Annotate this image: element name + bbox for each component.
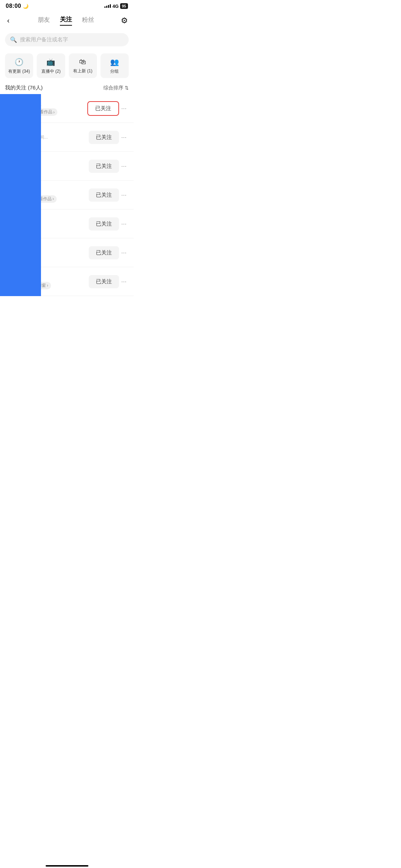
filter-updates[interactable]: 🕐 有更新 (34) xyxy=(5,53,33,78)
moon-icon: 🌙 xyxy=(23,4,29,9)
status-time: 08:00 xyxy=(6,3,21,9)
search-bar[interactable]: 🔍 搜索用户备注或名字 xyxy=(5,33,129,46)
nav-bar: ‹ 朋友 关注 粉丝 ⚙ xyxy=(0,11,134,30)
filter-live[interactable]: 📺 直播中 (2) xyxy=(37,53,65,78)
follow-button-7[interactable]: 已关注 xyxy=(89,275,119,288)
sort-label-text: 综合排序 xyxy=(103,85,123,91)
section-header: 我的关注 (76人) 综合排序 ⇅ xyxy=(0,82,134,94)
more-button-1[interactable]: ··· xyxy=(119,105,129,112)
live-label: 直播中 (2) xyxy=(41,68,61,74)
group-label: 分组 xyxy=(110,68,119,74)
updates-label: 有更新 (34) xyxy=(8,68,30,74)
search-placeholder: 搜索用户备注或名字 xyxy=(20,36,68,43)
follow-button-1[interactable]: 已关注 xyxy=(87,101,119,116)
nav-tabs: 朋友 关注 粉丝 xyxy=(11,15,121,26)
sort-icon: ⇅ xyxy=(125,85,129,91)
tab-fans[interactable]: 粉丝 xyxy=(82,16,94,25)
more-button-6[interactable]: ··· xyxy=(119,249,129,257)
settings-button[interactable]: ⚙ xyxy=(121,16,128,25)
more-button-2[interactable]: ··· xyxy=(119,134,129,141)
chevron-icon: › xyxy=(52,196,54,201)
section-title: 我的关注 (76人) xyxy=(5,84,43,91)
filter-new[interactable]: 🛍 有上新 (1) xyxy=(69,53,97,78)
more-button-4[interactable]: ··· xyxy=(119,191,129,199)
status-bar: 08:00 🌙 4G 95 xyxy=(0,0,134,11)
blue-overlay xyxy=(0,94,41,296)
status-right: 4G 95 xyxy=(104,3,128,9)
sort-button[interactable]: 综合排序 ⇅ xyxy=(103,85,129,91)
updates-icon: 🕐 xyxy=(15,58,24,66)
follow-button-6[interactable]: 已关注 xyxy=(89,246,119,259)
follow-button-3[interactable]: 已关注 xyxy=(89,160,119,173)
tab-following[interactable]: 关注 xyxy=(60,15,72,26)
back-button[interactable]: ‹ xyxy=(6,15,11,26)
search-icon: 🔍 xyxy=(10,36,17,43)
filter-row: 🕐 有更新 (34) 📺 直播中 (2) 🛍 有上新 (1) 👥 分组 xyxy=(0,50,134,82)
works-label: 看作品 xyxy=(40,109,52,115)
user-list: ✏ 备注 看 | 看作品 › 已关注 ··· 的直播间... 已关注 ··· xyxy=(0,94,134,296)
battery-indicator: 95 xyxy=(120,3,128,9)
more-button-7[interactable]: ··· xyxy=(119,278,129,285)
new-label: 有上新 (1) xyxy=(73,68,92,74)
follow-button-5[interactable]: 已关注 xyxy=(89,217,119,231)
chevron-icon: › xyxy=(47,283,48,288)
signal-icon xyxy=(104,4,111,8)
network-type: 4G xyxy=(112,4,118,9)
tab-friends[interactable]: 朋友 xyxy=(38,16,50,25)
chevron-icon: › xyxy=(53,110,55,115)
follow-button-4[interactable]: 已关注 xyxy=(89,188,119,202)
follow-button-2[interactable]: 已关注 xyxy=(89,131,119,144)
live-icon: 📺 xyxy=(46,58,55,66)
filter-group[interactable]: 👥 分组 xyxy=(101,53,129,78)
more-button-3[interactable]: ··· xyxy=(119,162,129,170)
more-button-5[interactable]: ··· xyxy=(119,220,129,228)
new-icon: 🛍 xyxy=(79,58,86,66)
group-icon: 👥 xyxy=(110,58,119,66)
